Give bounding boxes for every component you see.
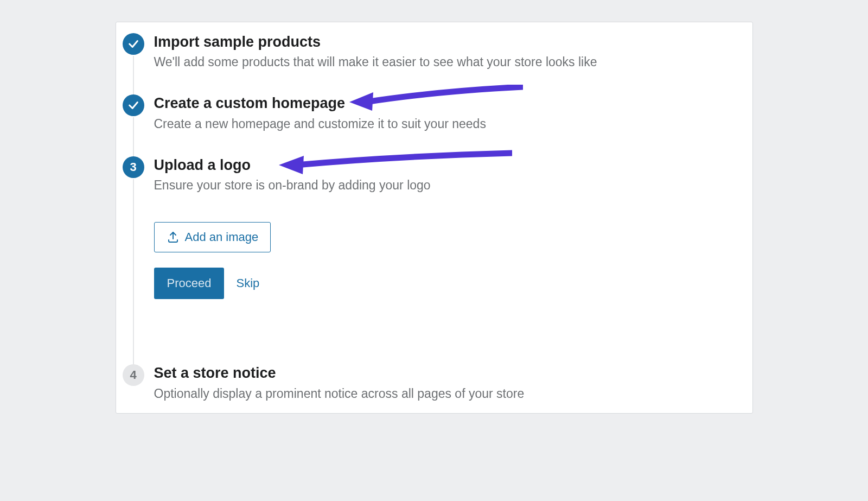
step-title: Import sample products — [154, 33, 742, 50]
step-upload-logo[interactable]: 3 Upload a logo Ensure your store is on-… — [116, 156, 752, 364]
skip-link[interactable]: Skip — [236, 276, 259, 290]
step-title: Create a custom homepage — [154, 94, 742, 112]
step-create-homepage[interactable]: Create a custom homepage Create a new ho… — [116, 94, 752, 156]
step-number-badge: 3 — [123, 156, 144, 178]
add-image-button[interactable]: Add an image — [154, 222, 271, 252]
add-image-label: Add an image — [185, 230, 259, 244]
step-title: Set a store notice — [154, 364, 742, 382]
step-description: Optionally display a prominent notice ac… — [154, 385, 742, 402]
step-description: Create a new homepage and customize it t… — [154, 116, 742, 132]
step-number: 3 — [130, 160, 136, 174]
step-number: 4 — [130, 368, 136, 382]
proceed-button[interactable]: Proceed — [154, 268, 225, 299]
checkmark-icon — [123, 94, 144, 116]
setup-steps-panel: Import sample products We'll add some pr… — [116, 22, 753, 414]
step-description: Ensure your store is on-brand by adding … — [154, 177, 742, 194]
step-store-notice[interactable]: 4 Set a store notice Optionally display … — [116, 364, 752, 402]
checkmark-icon — [123, 33, 144, 55]
step-title: Upload a logo — [154, 156, 742, 174]
step-expanded-content: Add an image Proceed Skip — [154, 222, 742, 299]
upload-icon — [167, 231, 180, 244]
step-import-sample-products[interactable]: Import sample products We'll add some pr… — [116, 33, 752, 94]
step-description: We'll add some products that will make i… — [154, 54, 742, 71]
step-number-badge: 4 — [123, 364, 144, 386]
